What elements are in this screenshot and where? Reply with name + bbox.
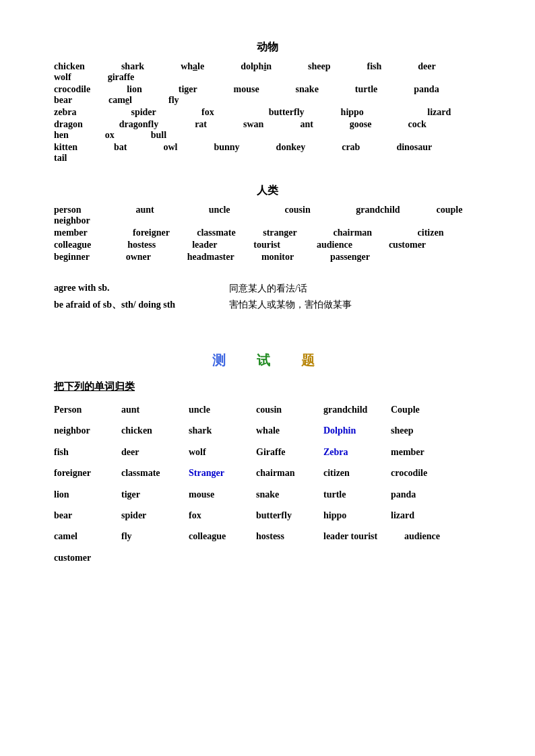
animal-row-1: chicken shark whale dolphin sheep fish d… [54,61,481,83]
test-word: turtle [323,485,391,504]
word: customer [389,240,426,250]
test-section: 测 试 题 把下列的单词归类 Person aunt uncle cousin … [54,351,481,568]
word: classmate [197,228,236,238]
test-title-char-3: 题 [290,353,323,368]
word: mouse [233,84,259,94]
test-word: shark [189,421,256,440]
word: person [54,205,81,215]
word: tail [54,153,67,163]
test-word: Dolphin [323,421,391,440]
test-word: Giraffe [256,442,323,462]
word: shark [121,61,144,71]
test-word: camel [54,526,121,546]
word: crab [342,142,360,152]
test-word: foreigner [54,463,121,483]
people-row-3: colleague hostess leader tourist audienc… [54,240,481,250]
test-word: panda [391,485,458,504]
test-word: uncle [189,400,256,419]
test-row-5: lion tiger mouse snake turtle panda [54,485,481,504]
animals-title: 动物 [54,40,481,55]
test-word: chicken [121,421,189,440]
test-row-7: camel fly colleague hostess leader touri… [54,526,481,546]
word: hippo [341,107,364,117]
phrase-en-1: agree with sb. [54,283,229,295]
word: tourist [253,240,280,250]
test-word: hostess [256,526,323,546]
people-section: 人类 person aunt uncle cousin grandchild c… [54,184,481,263]
word: dolphin [241,61,272,71]
test-word: butterfly [256,506,323,525]
test-word: colleague [189,526,256,546]
test-word: crocodile [391,463,458,483]
word: deer [418,61,435,71]
word: bear [54,95,72,105]
test-word: grandchild [323,400,391,419]
test-word: whale [256,421,323,440]
word: camel [108,95,132,105]
test-word: snake [256,485,323,504]
people-row-1: person aunt uncle cousin grandchild coup… [54,205,481,226]
word: spider [131,107,156,117]
test-row-3: fish deer wolf Giraffe Zebra member [54,442,481,462]
animals-section: 动物 chicken shark whale dolphin sheep fis… [54,40,481,164]
word: rat [195,119,207,129]
word: passenger [330,252,370,262]
people-row-2: member foreigner classmate stranger chai… [54,228,481,238]
test-word: fish [54,442,121,462]
word: wolf [54,72,71,82]
test-word: mouse [189,485,256,504]
test-title-char-1: 测 [212,353,234,368]
animal-row-5: kitten bat owl bunny donkey crab dinosau… [54,142,481,164]
phrases-section: agree with sb. 同意某人的看法/话 be afraid of sb… [54,283,481,311]
word: bunny [214,142,239,152]
word: fly [168,95,179,105]
test-title-char-2: 试 [245,353,278,368]
test-word: neighbor [54,421,121,440]
word: ant [300,119,313,129]
test-title: 测 试 题 [54,351,481,370]
phrase-cn-1: 同意某人的看法/话 [229,283,307,295]
word: panda [414,84,439,94]
test-word: classmate [121,463,189,483]
phrase-row-2: be afraid of sb、sth/ doing sth 害怕某人或某物，害… [54,299,481,311]
word: owl [163,142,177,152]
word: aunt [135,205,154,215]
word: owner [126,252,151,262]
word: cousin [285,205,311,215]
word: donkey [276,142,306,152]
test-word: cousin [256,400,323,419]
test-word: wolf [189,442,256,462]
test-word: chairman [256,463,323,483]
test-row-2: neighbor chicken shark whale Dolphin she… [54,421,481,440]
word: butterfly [269,107,305,117]
test-word: Person [54,400,121,419]
word: member [54,228,88,238]
word: fish [367,61,382,71]
word: couple [437,205,463,215]
word: headmaster [187,252,234,262]
test-word: audience [404,526,472,546]
test-word: customer [54,548,121,568]
word: bull [151,130,166,140]
test-word: Zebra [323,442,391,462]
animal-row-4: dragon dragonfly rat swan ant goose cock… [54,119,481,141]
phrase-cn-2: 害怕某人或某物，害怕做某事 [229,299,352,311]
test-word: fox [189,506,256,525]
people-title: 人类 [54,184,481,198]
test-row-1: Person aunt uncle cousin grandchild Coup… [54,400,481,419]
word: lion [127,84,142,94]
test-word: aunt [121,400,189,419]
word: citizen [418,228,444,238]
word: beginner [54,252,90,262]
word: cock [408,119,427,129]
phrase-en-2: be afraid of sb、sth/ doing sth [54,299,229,311]
word: leader [192,240,217,250]
word: sheep [308,61,330,71]
test-row-4: foreigner classmate Stranger chairman ci… [54,463,481,483]
word: lizard [427,107,451,117]
word: neighbor [54,215,90,226]
word: bat [114,142,127,152]
animal-row-2: crocodile lion tiger mouse snake turtle … [54,84,481,106]
test-word: sheep [391,421,458,440]
test-word: fly [121,526,189,546]
